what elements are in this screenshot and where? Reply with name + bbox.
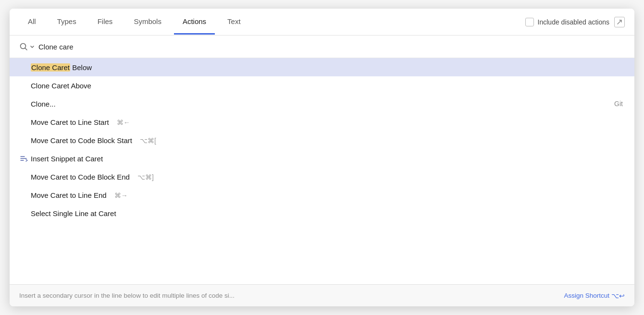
item-text-8: Select Single Line at Caret [31,209,623,218]
list-item[interactable]: Clone Caret Below [10,58,634,76]
item-shortcut-6: ⌥⌘] [137,173,154,181]
include-disabled-label[interactable]: Include disabled actions [525,18,609,26]
include-disabled-text: Include disabled actions [538,18,609,26]
tab-text[interactable]: Text [219,10,249,35]
search-bar [10,36,634,58]
item-text-0: Clone Caret Below [31,63,623,72]
list-item[interactable]: Select Single Line at Caret [10,204,634,222]
item-icon-5 [17,154,31,163]
results-list: Clone Caret Below Clone Caret Above Clon… [10,58,634,284]
item-shortcut-4: ⌥⌘[ [140,137,156,145]
item-text-7: Move Caret to Line End ⌘→ [31,191,623,199]
item-tag-2: Git [614,100,623,108]
include-disabled-checkbox[interactable] [525,18,534,26]
item-shortcut-3: ⌘← [117,119,130,126]
tab-bar: All Types Files Symbols Actions Text Inc… [10,9,634,36]
assign-shortcut-button[interactable]: Assign Shortcut ⌥↩ [564,292,625,300]
search-input[interactable] [38,43,625,51]
resize-icon[interactable] [614,17,625,27]
item-text-3: Move Caret to Line Start ⌘← [31,118,623,126]
search-icon-wrap [19,42,35,51]
status-description: Insert a secondary cursor in the line be… [19,292,235,299]
list-item[interactable]: Clone Caret Above [10,76,634,95]
item-text-1: Clone Caret Above [31,82,623,90]
command-palette: All Types Files Symbols Actions Text Inc… [10,9,634,306]
list-item[interactable]: Move Caret to Code Block Start ⌥⌘[ [10,131,634,149]
svg-point-0 [21,44,26,49]
item-text-6: Move Caret to Code Block End ⌥⌘] [31,173,623,181]
tab-all[interactable]: All [19,10,45,35]
tab-actions[interactable]: Actions [174,10,215,35]
tabs: All Types Files Symbols Actions Text [19,10,525,34]
list-item[interactable]: Insert Snippet at Caret [10,149,634,168]
dropdown-arrow-icon[interactable] [30,44,35,49]
list-item[interactable]: Move Caret to Line End ⌘→ [10,186,634,204]
tab-types[interactable]: Types [49,10,85,35]
tab-symbols[interactable]: Symbols [125,10,170,35]
item-text-4: Move Caret to Code Block Start ⌥⌘[ [31,136,623,145]
item-text-2: Clone... [31,100,614,108]
list-item[interactable]: Clone... Git [10,95,634,113]
tab-files[interactable]: Files [89,10,122,35]
item-text-5: Insert Snippet at Caret [31,155,623,163]
assign-shortcut-label: Assign Shortcut [564,292,609,299]
search-icon [19,42,28,51]
list-item[interactable]: Move Caret to Code Block End ⌥⌘] [10,168,634,186]
assign-shortcut-keys: ⌥↩ [611,292,625,300]
status-bar: Insert a secondary cursor in the line be… [10,284,634,306]
tab-extras: Include disabled actions [525,17,625,27]
item-highlight-0: Clone Caret [31,63,70,72]
item-shortcut-7: ⌘→ [114,192,128,199]
list-item[interactable]: Move Caret to Line Start ⌘← [10,113,634,131]
